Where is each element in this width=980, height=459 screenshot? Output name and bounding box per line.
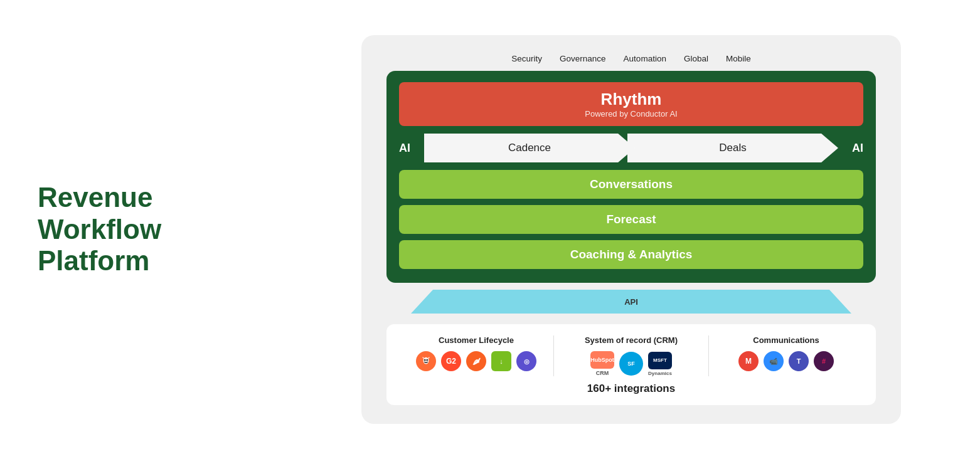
- cadence-deals-row: AI Cadence Deals AI: [399, 134, 863, 162]
- forecast-bar: Forecast: [399, 205, 863, 234]
- main-title: Revenue Workflow Platform: [38, 182, 264, 277]
- icon-sf-circle: SF: [619, 352, 643, 376]
- icon-hubspot-wrap: HubSpot CRM: [590, 351, 614, 376]
- title-line2: Platform: [38, 245, 149, 276]
- deals-arrow: Deals: [627, 134, 838, 162]
- customer-lifecycle-col: Customer Lifecycle: [405, 335, 547, 371]
- customer-lifecycle-title: Customer Lifecycle: [439, 335, 514, 345]
- crm-icons: HubSpot CRM SF: [590, 351, 672, 376]
- icon-zoom: 📹: [764, 351, 784, 371]
- icon-salesforce: SF: [619, 352, 643, 376]
- crm-col: System of record (CRM) HubSpot CRM: [560, 335, 702, 376]
- integrations-count: 160+ integrations: [405, 382, 857, 395]
- divider-2: [708, 335, 709, 376]
- icon-chilipiper: 🌶: [466, 351, 486, 371]
- divider-1: [553, 335, 554, 376]
- top-labels: Security Governance Automation Global Mo…: [511, 54, 750, 63]
- svg-point-3: [426, 359, 428, 361]
- icon-salesloft: [416, 351, 436, 371]
- rhythm-bar: Rhythm Powered by Conductor AI: [399, 82, 863, 126]
- title-line1: Revenue Workflow: [38, 182, 161, 245]
- svg-point-2: [424, 359, 426, 361]
- integrations-panel: Customer Lifecycle: [386, 324, 876, 405]
- green-box: Rhythm Powered by Conductor AI AI Cadenc…: [386, 71, 876, 283]
- cadence-arrow: Cadence: [424, 134, 635, 162]
- icon-hubspot: HubSpot: [590, 351, 614, 369]
- icon-slack: #: [814, 351, 834, 371]
- icon-chorus: ◎: [516, 351, 536, 371]
- icon-msdynamics: MSFT: [648, 352, 672, 369]
- customer-lifecycle-icons: G2 🌶 ↓ ◎: [416, 351, 536, 371]
- icon-g2: G2: [441, 351, 461, 371]
- api-text: API: [624, 297, 638, 307]
- page-container: Revenue Workflow Platform Security Gover…: [0, 0, 980, 459]
- ai-label-right: AI: [844, 142, 863, 155]
- api-connector: ↓↑ API ↓↑: [386, 285, 876, 318]
- cadence-deals-arrows: Cadence Deals: [424, 134, 838, 162]
- rhythm-subtitle: Powered by Conductor AI: [412, 109, 851, 119]
- left-section: Revenue Workflow Platform: [0, 182, 301, 277]
- label-automation: Automation: [624, 54, 666, 63]
- label-governance: Governance: [560, 54, 606, 63]
- communications-icons: M 📹 T #: [738, 351, 834, 371]
- ai-label-left: AI: [399, 142, 418, 155]
- label-global: Global: [684, 54, 708, 63]
- right-section: Security Governance Automation Global Mo…: [301, 0, 980, 459]
- icon-gmail: M: [738, 351, 759, 371]
- communications-col: Communications M 📹: [715, 335, 857, 371]
- icon-msdynamics-wrap: MSFT Dynamics: [648, 352, 672, 376]
- crm-title: System of record (CRM): [585, 335, 678, 345]
- rhythm-title: Rhythm: [412, 90, 851, 109]
- communications-title: Communications: [753, 335, 819, 345]
- diagram-wrapper: Security Governance Automation Global Mo…: [361, 35, 901, 424]
- label-mobile: Mobile: [726, 54, 751, 63]
- icon-zoominfo: ↓: [491, 351, 511, 371]
- conversations-bar: Conversations: [399, 170, 863, 199]
- coaching-bar: Coaching & Analytics: [399, 240, 863, 269]
- label-security: Security: [511, 54, 542, 63]
- api-trapezoid: ↓↑ API ↓↑: [411, 290, 851, 314]
- integrations-grid: Customer Lifecycle: [405, 335, 857, 376]
- icon-teams: T: [789, 351, 809, 371]
